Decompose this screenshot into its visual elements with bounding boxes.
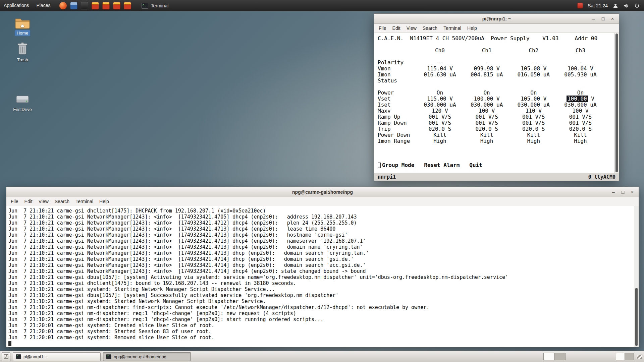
ps-cell-polarity-ch0: - [417,60,464,66]
ps-menu-file[interactable]: File [376,25,389,31]
ps-menu-edit[interactable]: Edit [389,25,404,31]
ps-cell-ramp-down-ch2[interactable]: 001 V/S [510,120,557,126]
ps-cell-trip-ch0[interactable]: 020.0 S [417,126,464,132]
log-scrollbar-handle[interactable] [635,288,638,346]
log-menu-edit[interactable]: Edit [21,199,36,204]
red-app-launcher-icon-4[interactable] [124,2,131,9]
log-menu-terminal[interactable]: Terminal [72,199,96,204]
indicator-cell-2[interactable] [625,353,634,360]
ps-scrollbar-handle[interactable] [615,34,618,172]
taskbar-task-npg-carme-gsi-home-npg[interactable]: npg@carme-gsi:/home/npg [103,352,191,361]
log-menu-view[interactable]: View [36,199,52,204]
log-terminal-area[interactable]: Jun 7 21:10:21 carme-gsi dhclient[1475]:… [6,206,639,347]
ps-cell-status-ch3 [557,78,604,84]
ps-cell-imon-range-ch3[interactable]: High [557,138,604,144]
ps-cell-ramp-up-ch0[interactable]: 001 V/S [417,114,464,120]
log-titlebar[interactable]: npg@carme-gsi:/home/npg – □ × [6,187,639,197]
ps-cell-power-down-ch1[interactable]: Kill [463,132,510,138]
ps-cell-iset-ch3[interactable]: 030.000 uA [557,102,604,108]
ps-titlebar[interactable]: pi@nnrpi1: ~ – □ × [374,14,619,24]
red-app-launcher-icon-2[interactable] [102,2,110,9]
ps-menu-terminal[interactable]: Terminal [440,25,464,31]
log-scrollbar[interactable] [634,206,639,347]
ps-cell-iset-ch0[interactable]: 030.000 uA [417,102,464,108]
users-icon[interactable] [612,3,619,9]
ps-menu-view[interactable]: View [404,25,420,31]
ps-cell-status-ch1 [463,78,510,84]
ps-cell-vset-ch1[interactable]: 100.00 V [463,96,510,102]
maximize-button[interactable]: □ [620,189,626,195]
terminal-launcher[interactable]: Terminal [142,3,169,9]
ps-cell-trip-ch1[interactable]: 020.0 S [463,126,510,132]
ps-cell-maxv-ch1[interactable]: 100 V [463,108,510,114]
close-button[interactable]: × [629,189,636,195]
workspace-1[interactable] [544,353,554,360]
power-icon[interactable] [634,3,640,9]
minimize-button[interactable]: – [590,15,597,22]
ps-menu-search[interactable]: Search [420,25,440,31]
workspace-2[interactable] [554,353,565,360]
ps-cell-trip-ch3[interactable]: 020.0 S [557,126,604,132]
ps-scrollbar[interactable] [614,33,619,173]
volume-icon[interactable] [623,3,629,9]
log-menu-file[interactable]: File [8,199,21,204]
ps-cell-imon-range-ch2[interactable]: High [510,138,557,144]
ps-cell-ramp-down-ch3[interactable]: 001 V/S [557,120,604,126]
close-button[interactable]: × [609,15,616,22]
workspace-switcher[interactable] [543,353,566,360]
minimize-button[interactable]: – [610,189,617,195]
ps-cell-power-ch1[interactable]: On [463,90,510,96]
ps-cell-imon-range-ch1[interactable]: High [463,138,510,144]
show-desktop-button[interactable] [2,352,10,361]
ps-cell-power-ch2[interactable]: On [510,90,557,96]
panel-clock[interactable]: Sat 21:24 [588,3,608,8]
indicator-cell-1[interactable] [616,353,625,360]
orange-ball-launcher-icon[interactable] [59,2,67,9]
ps-cell-power-ch3[interactable]: On [557,90,604,96]
red-app-launcher-icon-1[interactable] [92,2,99,9]
ps-cell-ramp-up-ch2[interactable]: 001 V/S [510,114,557,120]
panel-indicator-box[interactable] [616,353,634,360]
ps-cell-ramp-down-ch1[interactable]: 001 V/S [463,120,510,126]
ps-cell-power-down-ch3[interactable]: Kill [557,132,604,138]
ps-cell-vset-ch3[interactable]: 100.00 V [557,96,604,102]
ps-cell-ramp-down-ch0[interactable]: 001 V/S [417,120,464,126]
log-menu-search[interactable]: Search [52,199,72,204]
red-app-launcher-icon-3[interactable] [113,2,120,9]
terminal-dark-launcher-icon[interactable] [81,2,88,9]
desktop-icon-trash[interactable]: Trash [7,42,38,63]
ps-cell-vset-ch2[interactable]: 105.00 V [510,96,557,102]
desktop-icon-firstdrive[interactable]: FirstDrive [7,93,38,112]
ps-cell-power-ch0[interactable]: On [417,90,464,96]
ps-cell-power-down-ch0[interactable]: Kill [417,132,464,138]
ps-cell-trip-ch2[interactable]: 020.0 S [510,126,557,132]
monitor-launcher-icon[interactable] [70,2,77,9]
ps-cell-iset-ch2[interactable]: 030.000 uA [510,102,557,108]
ps-cell-iset-ch1[interactable]: 030.000 uA [463,102,510,108]
desktop: ApplicationsPlaces Terminal Sat 21:24 [0,0,644,362]
ps-cell-imon-range-ch0[interactable]: High [417,138,464,144]
log-menu-help[interactable]: Help [96,199,112,204]
panel-menu-applications[interactable]: Applications [0,0,33,11]
ps-row-ramp-up: Ramp Up001 V/S001 V/S001 V/S001 V/S [378,114,611,120]
ps-cell-ramp-up-ch3[interactable]: 001 V/S [557,114,604,120]
ps-cell-power-down-ch2[interactable]: Kill [510,132,557,138]
log-line: Jun 7 21:10:21 carme-gsi nm-dispatcher: … [8,316,633,322]
maximize-button[interactable]: □ [600,15,606,22]
ps-terminal-area[interactable]: C.A.E.N. N1419ET 4 CH 500V/200uA Power S… [374,33,619,173]
ps-menu-help[interactable]: Help [464,25,480,31]
notification-icon[interactable] [577,3,583,8]
taskbar-task-pi-nnrpi1-[interactable]: pi@nnrpi1: ~ [13,352,101,361]
ps-button-reset-alarm[interactable]: Reset Alarm [424,162,460,168]
ps-selected-cell[interactable]: 100.00 [567,96,588,102]
desktop-icon-home[interactable]: Home [7,16,38,36]
ps-cell-vset-ch0[interactable]: 115.00 V [417,96,464,102]
ps-cell-maxv-ch2[interactable]: 110 V [510,108,557,114]
ps-cell-maxv-ch0[interactable]: 120 V [417,108,464,114]
panel-menu-places[interactable]: Places [33,0,54,11]
ps-row-polarity: Polarity---- [378,60,611,66]
ps-cell-ramp-up-ch1[interactable]: 001 V/S [463,114,510,120]
ps-cell-maxv-ch3[interactable]: 100 V [557,108,604,114]
ps-button-group-mode[interactable]: Group Mode [382,162,414,168]
ps-button-quit[interactable]: Quit [469,162,482,168]
